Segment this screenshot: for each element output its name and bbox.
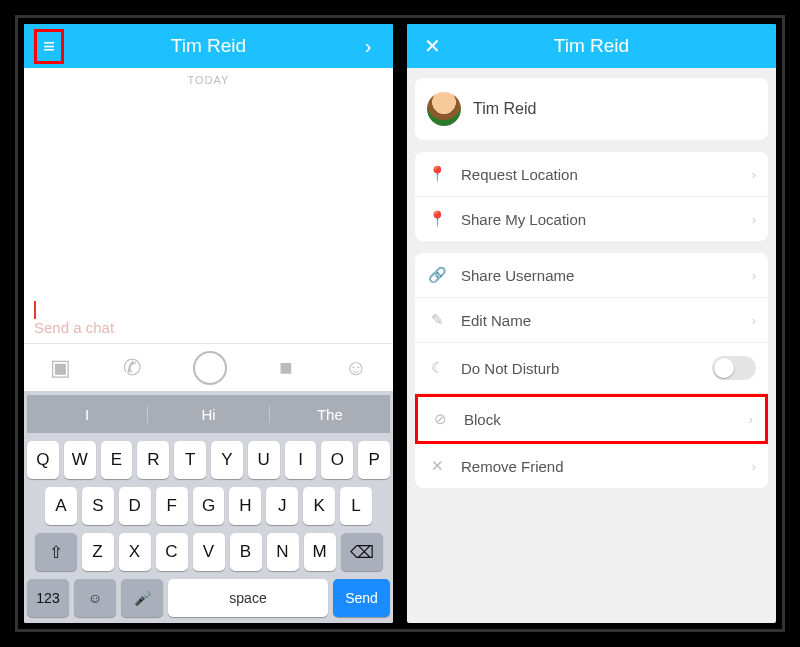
key-b[interactable]: B — [230, 533, 262, 571]
share-my-location-label: Share My Location — [461, 211, 738, 228]
edit-name-icon: ✎ — [427, 311, 447, 329]
key-m[interactable]: M — [304, 533, 336, 571]
row-share-my-location[interactable]: 📍Share My Location› — [415, 197, 768, 241]
send-key[interactable]: Send — [333, 579, 390, 617]
share-username-icon: 🔗 — [427, 266, 447, 284]
keyboard-suggestions: I Hi The — [27, 395, 390, 433]
chat-header: ≡ Tim Reid › — [24, 24, 393, 68]
key-n[interactable]: N — [267, 533, 299, 571]
shift-key[interactable]: ⇧ — [35, 533, 77, 571]
keyboard-row-4: 123 ☺ 🎤 space Send — [27, 579, 390, 617]
video-icon[interactable]: ■ — [279, 355, 292, 381]
profile-header-title: Tim Reid — [447, 35, 736, 57]
key-y[interactable]: Y — [211, 441, 243, 479]
remove-friend-label: Remove Friend — [461, 458, 738, 475]
chevron-right-icon: › — [752, 167, 756, 182]
backspace-key[interactable]: ⌫ — [341, 533, 383, 571]
key-f[interactable]: F — [156, 487, 188, 525]
chat-header-forward-icon[interactable]: › — [353, 35, 383, 58]
key-d[interactable]: D — [119, 487, 151, 525]
chevron-right-icon: › — [752, 459, 756, 474]
chat-screen: ≡ Tim Reid › TODAY ▣ ✆ ■ ☺ I Hi — [24, 24, 393, 623]
chat-input-row[interactable] — [24, 294, 393, 343]
chat-header-title: Tim Reid — [64, 35, 353, 57]
key-h[interactable]: H — [229, 487, 261, 525]
emoji-key[interactable]: ☺ — [74, 579, 116, 617]
key-e[interactable]: E — [101, 441, 133, 479]
request-location-icon: 📍 — [427, 165, 447, 183]
key-k[interactable]: K — [303, 487, 335, 525]
key-i[interactable]: I — [285, 441, 317, 479]
keyboard-row-2: ASDFGHJKL — [27, 487, 390, 525]
today-label: TODAY — [24, 68, 393, 92]
do-not-disturb-label: Do Not Disturb — [461, 360, 698, 377]
key-x[interactable]: X — [119, 533, 151, 571]
share-my-location-icon: 📍 — [427, 210, 447, 228]
suggestion[interactable]: Hi — [148, 406, 269, 423]
row-share-username[interactable]: 🔗Share Username› — [415, 253, 768, 298]
suggestion[interactable]: I — [27, 406, 148, 423]
chevron-right-icon: › — [749, 412, 753, 427]
block-label: Block — [464, 411, 735, 428]
key-z[interactable]: Z — [82, 533, 114, 571]
chevron-right-icon: › — [752, 212, 756, 227]
location-group: 📍Request Location›📍Share My Location› — [415, 152, 768, 241]
chat-empty-space — [24, 92, 393, 294]
do-not-disturb-icon: ☾ — [427, 359, 447, 377]
keyboard: I Hi The QWERTYUIOP ASDFGHJKL ⇧ ZXCVBNM … — [24, 391, 393, 623]
menu-icon[interactable]: ≡ — [34, 29, 64, 64]
key-o[interactable]: O — [321, 441, 353, 479]
key-s[interactable]: S — [82, 487, 114, 525]
chevron-right-icon: › — [752, 313, 756, 328]
mic-key[interactable]: 🎤 — [121, 579, 163, 617]
smile-icon[interactable]: ☺ — [345, 355, 367, 381]
row-do-not-disturb[interactable]: ☾Do Not Disturb — [415, 343, 768, 394]
key-p[interactable]: P — [358, 441, 390, 479]
key-v[interactable]: V — [193, 533, 225, 571]
key-l[interactable]: L — [340, 487, 372, 525]
key-u[interactable]: U — [248, 441, 280, 479]
key-a[interactable]: A — [45, 487, 77, 525]
row-block[interactable]: ⊘Block› — [415, 394, 768, 444]
profile-screen: ✕ Tim Reid Tim Reid 📍Request Location›📍S… — [407, 24, 776, 623]
keyboard-row-3: ⇧ ZXCVBNM ⌫ — [27, 533, 390, 571]
profile-card[interactable]: Tim Reid — [415, 78, 768, 140]
space-key[interactable]: space — [168, 579, 328, 617]
key-w[interactable]: W — [64, 441, 96, 479]
close-icon[interactable]: ✕ — [417, 34, 447, 58]
keyboard-row-1: QWERTYUIOP — [27, 441, 390, 479]
actions-group: 🔗Share Username›✎Edit Name›☾Do Not Distu… — [415, 253, 768, 488]
suggestion[interactable]: The — [270, 406, 390, 423]
do-not-disturb-toggle[interactable] — [712, 356, 756, 380]
row-remove-friend[interactable]: ✕Remove Friend› — [415, 444, 768, 488]
tutorial-frame: ≡ Tim Reid › TODAY ▣ ✆ ■ ☺ I Hi — [15, 15, 785, 632]
key-r[interactable]: R — [137, 441, 169, 479]
profile-header: ✕ Tim Reid — [407, 24, 776, 68]
key-c[interactable]: C — [156, 533, 188, 571]
gallery-icon[interactable]: ▣ — [50, 355, 71, 381]
request-location-label: Request Location — [461, 166, 738, 183]
edit-name-label: Edit Name — [461, 312, 738, 329]
block-icon: ⊘ — [430, 410, 450, 428]
chevron-right-icon: › — [752, 268, 756, 283]
remove-friend-icon: ✕ — [427, 457, 447, 475]
chat-input[interactable] — [34, 319, 383, 336]
shutter-icon[interactable] — [193, 351, 227, 385]
numbers-key[interactable]: 123 — [27, 579, 69, 617]
avatar — [427, 92, 461, 126]
chat-body: TODAY ▣ ✆ ■ ☺ — [24, 68, 393, 391]
phone-icon[interactable]: ✆ — [123, 355, 141, 381]
profile-name: Tim Reid — [473, 100, 536, 118]
key-j[interactable]: J — [266, 487, 298, 525]
row-edit-name[interactable]: ✎Edit Name› — [415, 298, 768, 343]
share-username-label: Share Username — [461, 267, 738, 284]
key-q[interactable]: Q — [27, 441, 59, 479]
text-cursor — [34, 301, 36, 319]
row-request-location[interactable]: 📍Request Location› — [415, 152, 768, 197]
key-t[interactable]: T — [174, 441, 206, 479]
key-g[interactable]: G — [193, 487, 225, 525]
chat-toolbar: ▣ ✆ ■ ☺ — [24, 343, 393, 391]
